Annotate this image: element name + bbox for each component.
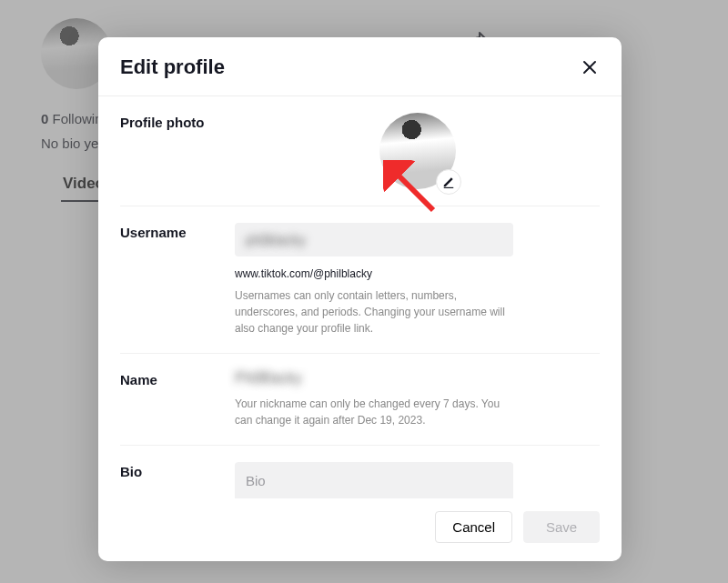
edit-photo-button[interactable]: [436, 169, 461, 195]
save-button: Save: [523, 511, 600, 543]
name-label: Name: [120, 370, 228, 428]
username-label: Username: [120, 223, 228, 337]
name-help: Your nickname can only be changed every …: [235, 396, 517, 428]
username-input[interactable]: philblacky: [235, 223, 513, 256]
profile-url: www.tiktok.com/@philblacky: [235, 267, 600, 280]
edit-profile-modal: Edit profile Profile photo: [98, 37, 622, 561]
username-help: Usernames can only contain letters, numb…: [235, 287, 517, 337]
modal-title: Edit profile: [120, 55, 225, 79]
name-value[interactable]: PhilBlacky: [235, 370, 600, 387]
cancel-button[interactable]: Cancel: [435, 511, 512, 543]
close-button[interactable]: [580, 57, 600, 77]
bio-textarea[interactable]: Bio: [235, 462, 513, 498]
bio-label: Bio: [120, 462, 228, 498]
pencil-icon: [442, 176, 455, 188]
profile-photo-label: Profile photo: [120, 113, 228, 189]
close-icon: [581, 59, 598, 75]
